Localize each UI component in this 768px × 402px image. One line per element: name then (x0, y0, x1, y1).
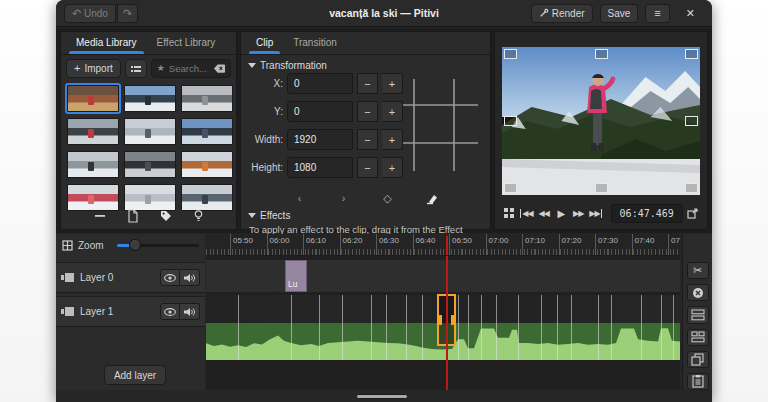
increment-button[interactable]: + (382, 129, 403, 150)
tag-icon[interactable] (160, 210, 172, 222)
view-toggle-button[interactable] (125, 59, 147, 78)
media-thumbnail-red-skier[interactable] (67, 118, 119, 145)
clip-boundary[interactable] (371, 295, 372, 360)
import-button[interactable]: + Import (66, 59, 121, 78)
media-thumbnail-terrace-scene[interactable] (181, 85, 233, 112)
tab-effect-library[interactable]: Effect Library (148, 32, 225, 54)
toggle-audio-speaker-icon[interactable] (180, 269, 200, 286)
seek-back-icon[interactable]: ◀◀ (537, 204, 551, 222)
safe-areas-grid-icon[interactable] (502, 204, 516, 222)
save-button[interactable]: Save (600, 4, 639, 23)
transformation-expander[interactable]: Transformation (241, 55, 490, 73)
paste-clips-icon[interactable] (687, 373, 709, 390)
undo-button[interactable]: ↶ Undo (64, 4, 116, 23)
zoom-slider-handle[interactable] (129, 239, 141, 251)
split-clip-icon[interactable]: ✂ (687, 262, 709, 279)
field-value-entry[interactable]: 1920 (287, 129, 353, 150)
field-value-entry[interactable]: 1080 (287, 157, 353, 178)
decrement-button[interactable]: − (357, 157, 378, 178)
clip-boundary[interactable] (468, 295, 469, 360)
layer-1-track[interactable] (206, 295, 680, 360)
play-icon[interactable]: ▶ (554, 204, 568, 222)
toggle-video-eye-icon[interactable] (160, 303, 180, 320)
clip-boundary[interactable] (571, 295, 572, 360)
transform-handle-mid-left[interactable] (504, 116, 517, 126)
tab-clip[interactable]: Clip (247, 32, 282, 54)
trim-handle-left[interactable] (437, 315, 442, 325)
toggle-video-eye-icon[interactable] (160, 269, 180, 286)
clip-boundary[interactable] (238, 295, 239, 360)
title-clip[interactable]: Lu (285, 260, 307, 292)
next-keyframe-icon[interactable]: › (335, 191, 353, 205)
previous-keyframe-icon[interactable]: ‹ (291, 191, 309, 205)
seek-forward-icon[interactable]: ▶▶ (571, 204, 585, 222)
clip-boundary[interactable] (641, 295, 642, 360)
clip-boundary[interactable] (518, 295, 519, 360)
media-thumbnail-orange-building[interactable] (181, 151, 233, 178)
video-preview[interactable] (502, 47, 700, 195)
media-thumbnail-indoor-lunch[interactable] (67, 85, 119, 112)
toggle-keyframe-icon[interactable]: ◇ (379, 191, 397, 205)
clip-boundary[interactable] (673, 295, 674, 360)
clip-boundary[interactable] (598, 295, 599, 360)
clip-boundary[interactable] (342, 295, 343, 360)
add-layer-button[interactable]: Add layer (104, 365, 166, 385)
toggle-audio-speaker-icon[interactable] (180, 303, 200, 320)
layer-menu-icon[interactable] (61, 307, 74, 316)
trim-handle-right[interactable] (451, 315, 456, 325)
transform-handle-mid-right[interactable] (685, 116, 698, 126)
horizontal-scrollbar[interactable] (56, 390, 712, 402)
skip-end-icon[interactable]: ▶▶ (588, 204, 602, 222)
clip-boundary[interactable] (386, 295, 387, 360)
menu-button[interactable]: ≡ (645, 4, 669, 23)
clip-boundary[interactable] (481, 295, 482, 360)
media-thumbnail-two-skiers[interactable] (67, 151, 119, 178)
layer-0-name[interactable]: Layer 0 (80, 272, 154, 283)
render-button[interactable]: Render (531, 4, 593, 23)
increment-button[interactable]: + (382, 101, 403, 122)
skip-start-icon[interactable]: ◀◀ (519, 204, 533, 222)
media-thumbnail-dark-trees[interactable] (124, 151, 176, 178)
layer-0-track[interactable]: Lu (206, 260, 680, 292)
clip-boundary[interactable] (611, 295, 612, 360)
clip-boundary[interactable] (458, 295, 459, 360)
effects-expander[interactable]: Effects (241, 205, 490, 223)
decrement-button[interactable]: − (357, 129, 378, 150)
ungroup-clips-icon[interactable] (687, 329, 709, 346)
timeline-tracks[interactable]: Lu (206, 256, 680, 390)
clip-properties-icon[interactable] (128, 210, 138, 222)
field-value-entry[interactable]: 0 (287, 73, 353, 94)
media-thumbnail-blue-vista[interactable] (181, 118, 233, 145)
insert-end-icon[interactable] (194, 210, 203, 222)
undock-viewer-icon[interactable] (686, 204, 700, 222)
transform-handle-bottom-center[interactable] (595, 183, 608, 193)
clip-boundary[interactable] (406, 295, 407, 360)
increment-button[interactable]: + (382, 73, 403, 94)
clip-boundary[interactable] (661, 295, 662, 360)
clip-boundary[interactable] (496, 295, 497, 360)
clip-boundary[interactable] (557, 295, 558, 360)
clip-boundary[interactable] (291, 295, 292, 360)
playhead-marker[interactable] (446, 236, 448, 256)
clear-search-icon[interactable] (214, 64, 225, 73)
decrement-button[interactable]: − (357, 73, 378, 94)
layer-1-name[interactable]: Layer 1 (80, 306, 154, 317)
timeline-ruler[interactable]: 05:5006:0006:1006:2006:3006:4006:5007:00… (206, 234, 680, 256)
scrollbar-thumb[interactable] (356, 394, 408, 399)
redo-button[interactable]: ↷ (117, 4, 138, 23)
remove-clip-icon[interactable] (94, 210, 106, 222)
tab-media-library[interactable]: Media Library (67, 32, 146, 54)
zoom-slider[interactable] (117, 238, 199, 252)
close-button[interactable]: ✕ (677, 4, 704, 23)
zoom-fit-icon[interactable] (62, 240, 73, 251)
media-thumbnail-mountain-panorama[interactable] (124, 85, 176, 112)
clip-boundary[interactable] (319, 295, 320, 360)
layer-menu-icon[interactable] (61, 273, 74, 282)
reset-transform-icon[interactable] (423, 191, 441, 205)
delete-clip-icon[interactable] (687, 284, 709, 301)
copy-clips-icon[interactable] (687, 351, 709, 368)
transform-handle-bottom-right[interactable] (685, 183, 698, 193)
decrement-button[interactable]: − (357, 101, 378, 122)
increment-button[interactable]: + (382, 157, 403, 178)
tab-transition[interactable]: Transition (284, 32, 346, 54)
